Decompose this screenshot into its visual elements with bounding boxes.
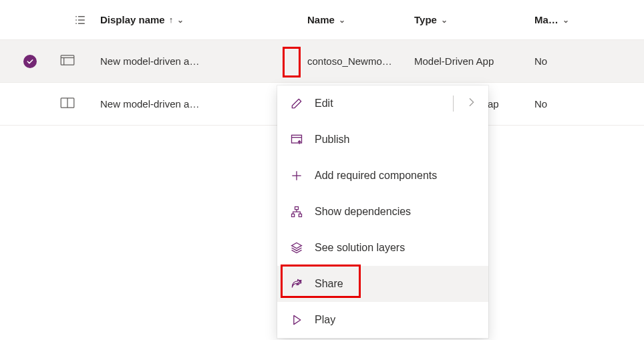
publish-icon: [289, 133, 304, 146]
edit-icon: [289, 97, 304, 110]
column-icon-header[interactable]: [60, 14, 100, 26]
svg-rect-2: [75, 23, 77, 24]
svg-rect-4: [78, 19, 85, 21]
menu-item-show-dependencies[interactable]: Show dependencies: [277, 194, 488, 230]
column-label: Type: [414, 14, 437, 25]
menu-item-edit[interactable]: Edit: [277, 86, 488, 122]
menu-item-publish[interactable]: Publish: [277, 122, 488, 158]
svg-rect-18: [295, 207, 299, 210]
cell-managed: No: [534, 98, 601, 110]
cell-name: contoso_Newmo…: [307, 55, 414, 67]
chevron-down-icon: ⌄: [177, 15, 184, 25]
checkmark-icon: [23, 55, 37, 68]
menu-divider: [453, 96, 454, 112]
context-menu: Edit Publish Add required components: [277, 86, 488, 338]
sort-asc-icon: ↑: [169, 15, 174, 25]
menu-item-add-components[interactable]: Add required components: [277, 158, 488, 194]
cell-managed: No: [534, 55, 601, 67]
cell-display-name[interactable]: New model-driven a…: [100, 98, 274, 110]
svg-rect-0: [75, 16, 77, 17]
plus-icon: [289, 169, 304, 182]
column-name[interactable]: Name ⌄: [307, 14, 414, 25]
app-type-icon: [60, 98, 100, 110]
svg-rect-19: [292, 214, 295, 216]
svg-rect-5: [78, 23, 85, 24]
svg-rect-3: [78, 16, 85, 17]
menu-label: Publish: [315, 134, 476, 146]
menu-label: Edit: [315, 98, 442, 110]
menu-label: Show dependencies: [315, 206, 476, 218]
list-settings-icon: [74, 14, 86, 26]
hierarchy-icon: [289, 205, 304, 218]
menu-item-play[interactable]: Play: [277, 302, 488, 338]
menu-item-solution-layers[interactable]: See solution layers: [277, 230, 488, 266]
menu-label: See solution layers: [315, 242, 476, 254]
app-type-icon: [60, 55, 100, 67]
row-select[interactable]: [0, 55, 60, 68]
column-type[interactable]: Type ⌄: [414, 14, 534, 25]
play-icon: [289, 313, 304, 327]
menu-label: Add required components: [315, 170, 476, 182]
table-header: Display name ↑ ⌄ Name ⌄ Type ⌄ Ma… ⌄: [0, 0, 644, 40]
column-label: Display name: [100, 14, 165, 25]
cell-type: Model-Driven App: [414, 55, 534, 67]
svg-rect-1: [75, 19, 77, 21]
column-display-name[interactable]: Display name ↑ ⌄: [100, 14, 274, 25]
column-label: Ma…: [534, 14, 558, 25]
annotation-highlight-more-button: [283, 47, 301, 77]
chevron-down-icon: ⌄: [562, 15, 569, 25]
column-label: Name: [307, 14, 335, 25]
cell-display-name[interactable]: New model-driven a…: [100, 55, 274, 67]
annotation-highlight-share: [281, 265, 361, 298]
column-managed[interactable]: Ma… ⌄: [534, 14, 601, 25]
submenu-chevron-icon[interactable]: [467, 98, 476, 110]
chevron-down-icon: ⌄: [339, 15, 345, 25]
svg-rect-20: [299, 214, 301, 216]
svg-rect-6: [61, 55, 74, 65]
layers-icon: [289, 241, 304, 254]
menu-label: Play: [315, 314, 476, 326]
table-row[interactable]: New model-driven a… contoso_Newmo… Model…: [0, 40, 644, 83]
chevron-down-icon: ⌄: [441, 15, 448, 25]
